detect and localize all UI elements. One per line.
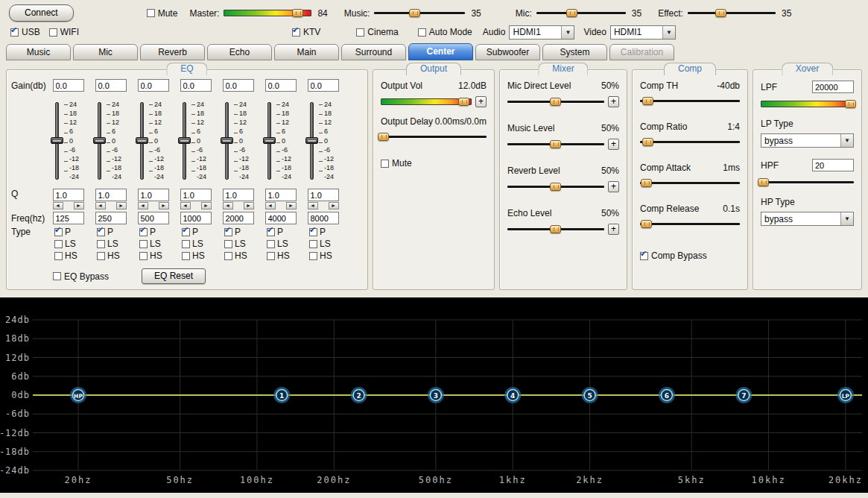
eq-freq-input[interactable] [95, 212, 127, 224]
eq-type-ls-checkbox[interactable]: LS [309, 239, 331, 249]
mute-checkbox-box[interactable] [147, 9, 155, 17]
comp-slider-handle[interactable] [642, 138, 653, 146]
eq-type-hs-checkbox-box[interactable] [54, 252, 63, 260]
hpf-slider[interactable] [761, 177, 854, 187]
eq-type-ls-checkbox[interactable]: LS [267, 239, 288, 249]
eq-band-slider-handle[interactable] [305, 137, 318, 144]
q-increment-button[interactable]: ► [159, 202, 169, 209]
output-mute-checkbox[interactable]: Mute [381, 158, 412, 168]
q-increment-button[interactable]: ► [286, 202, 297, 209]
tab-center[interactable]: Center [408, 43, 473, 60]
tab-calibration[interactable]: Calibration [609, 44, 674, 60]
mixer-level-slider-handle[interactable] [550, 140, 561, 148]
tab-reverb[interactable]: Reverb [140, 44, 205, 60]
eq-type-hs-checkbox-box[interactable] [139, 252, 148, 260]
eq-type-p-checkbox-box[interactable]: ✔ [309, 228, 317, 236]
eq-q-spinner[interactable]: ◄► [180, 189, 212, 209]
eq-type-ls-checkbox-box[interactable] [224, 240, 232, 248]
tab-subwoofer[interactable]: Subwoofer [475, 44, 540, 60]
eq-q-spinner[interactable]: ◄► [265, 189, 297, 209]
eq-gain-input[interactable] [265, 79, 297, 92]
eq-type-p-checkbox[interactable]: ✔P [139, 227, 156, 237]
eq-band-slider[interactable] [305, 101, 319, 181]
mic-slider-handle[interactable] [566, 9, 577, 17]
eq-band-slider[interactable] [221, 101, 234, 181]
eq-q-input[interactable] [138, 189, 169, 201]
comp-bypass-checkbox-box[interactable]: ✔ [640, 252, 648, 260]
wifi-checkbox[interactable]: WIFI [49, 27, 79, 37]
eq-freq-input[interactable] [138, 212, 169, 224]
eq-type-p-checkbox-box[interactable]: ✔ [97, 228, 105, 236]
eq-marker-hp[interactable]: HP [72, 388, 86, 403]
eq-type-hs-checkbox[interactable]: HS [54, 250, 77, 261]
output-delay-slider[interactable] [381, 132, 487, 142]
eq-marker-2[interactable]: 2 [352, 388, 366, 403]
usb-checkbox-box[interactable]: ✔ [10, 28, 19, 37]
eq-type-p-checkbox-box[interactable]: ✔ [182, 228, 190, 236]
eq-marker-1[interactable]: 1 [275, 388, 289, 403]
eq-marker-4[interactable]: 4 [506, 388, 520, 403]
eq-type-hs-checkbox-box[interactable] [267, 252, 275, 260]
eq-bypass-checkbox-box[interactable] [53, 272, 61, 280]
eq-marker-3[interactable]: 3 [428, 388, 443, 403]
mic-slider[interactable] [536, 8, 626, 18]
eq-type-p-checkbox[interactable]: ✔P [54, 227, 71, 237]
eq-band-slider-handle[interactable] [93, 137, 106, 144]
q-decrement-button[interactable]: ◄ [138, 202, 148, 209]
cinema-checkbox[interactable]: Cinema [356, 27, 398, 37]
eq-marker-7[interactable]: 7 [737, 388, 751, 403]
eq-freq-input[interactable] [223, 212, 254, 224]
eq-q-spinner[interactable]: ◄► [308, 189, 339, 209]
mixer-level-slider-handle[interactable] [550, 98, 561, 106]
dropdown-arrow-icon[interactable]: ▼ [662, 26, 675, 39]
eq-marker-5[interactable]: 5 [583, 388, 597, 403]
tab-echo[interactable]: Echo [207, 44, 272, 60]
eq-band-slider-handle[interactable] [263, 137, 276, 144]
eq-type-ls-checkbox[interactable]: LS [139, 239, 161, 249]
dropdown-arrow-icon[interactable]: ▼ [561, 26, 574, 39]
dropdown-arrow-icon[interactable]: ▼ [840, 134, 853, 147]
q-decrement-button[interactable]: ◄ [53, 202, 63, 209]
eq-band-slider-handle[interactable] [221, 137, 233, 144]
eq-gain-input[interactable] [223, 79, 254, 92]
effect-slider-handle[interactable] [715, 9, 726, 17]
eq-type-ls-checkbox[interactable]: LS [224, 239, 246, 249]
cinema-checkbox-box[interactable] [356, 28, 364, 37]
auto-mode-checkbox[interactable]: Auto Mode [418, 27, 472, 37]
eq-band-slider-handle[interactable] [178, 137, 191, 144]
eq-type-hs-checkbox[interactable]: HS [224, 250, 247, 261]
eq-type-p-checkbox-box[interactable]: ✔ [267, 228, 275, 236]
q-increment-button[interactable]: ► [74, 202, 84, 209]
q-increment-button[interactable]: ► [244, 202, 254, 209]
q-decrement-button[interactable]: ◄ [308, 202, 318, 209]
eq-type-hs-checkbox[interactable]: HS [182, 250, 205, 261]
mixer-level-slider[interactable] [507, 139, 604, 149]
q-decrement-button[interactable]: ◄ [265, 202, 276, 209]
eq-band-slider-handle[interactable] [51, 137, 63, 144]
tab-system[interactable]: System [542, 44, 607, 60]
audio-source-dropdown[interactable]: HDMI1 ▼ [509, 25, 574, 40]
comp-slider-handle[interactable] [641, 179, 652, 187]
comp-slider[interactable] [640, 178, 740, 188]
tab-mic[interactable]: Mic [73, 44, 138, 60]
eq-gain-input[interactable] [53, 79, 84, 92]
eq-type-ls-checkbox-box[interactable] [97, 240, 105, 248]
usb-checkbox[interactable]: ✔ USB [10, 27, 40, 37]
output-vol-slider-handle[interactable] [458, 98, 469, 106]
eq-freq-input[interactable] [265, 212, 297, 224]
eq-gain-input[interactable] [308, 79, 339, 92]
eq-type-p-checkbox[interactable]: ✔P [309, 227, 326, 237]
eq-type-hs-checkbox-box[interactable] [182, 252, 190, 260]
eq-type-p-checkbox[interactable]: ✔P [97, 227, 113, 237]
eq-type-p-checkbox[interactable]: ✔P [224, 227, 241, 237]
output-mute-checkbox-box[interactable] [381, 160, 389, 168]
eq-freq-input[interactable] [53, 212, 84, 224]
mixer-plus-button[interactable]: + [608, 139, 619, 150]
eq-marker-lp[interactable]: LP [838, 388, 852, 403]
mixer-level-slider-handle[interactable] [550, 183, 561, 191]
q-decrement-button[interactable]: ◄ [223, 202, 233, 209]
eq-q-spinner[interactable]: ◄► [95, 189, 127, 209]
lp-type-dropdown[interactable]: bypass ▼ [761, 133, 854, 148]
eq-type-p-checkbox[interactable]: ✔P [267, 227, 283, 237]
q-decrement-button[interactable]: ◄ [95, 202, 106, 209]
